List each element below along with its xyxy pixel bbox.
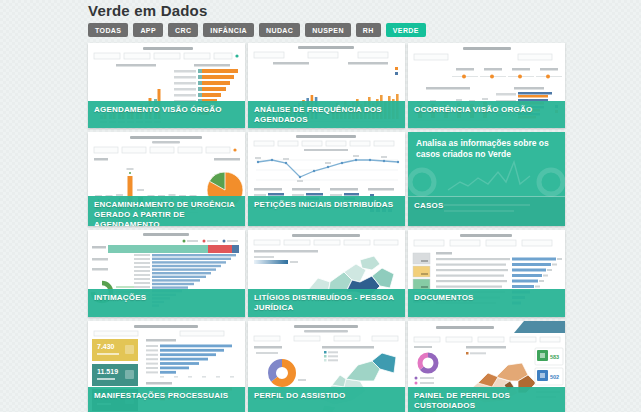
kpi-value-2: 11.519 <box>97 368 118 375</box>
card-litigios-pessoa-juridica[interactable]: LITÍGIOS DISTRIBUÍDOS - PESSOA JURÍDICA <box>248 230 405 317</box>
card-perfil-do-assistido[interactable]: PERFIL DO ASSISTIDO <box>248 321 405 412</box>
kpi-value-green: 583 <box>550 354 559 360</box>
kpi-value-1: 7.430 <box>97 343 115 350</box>
card-title-bar: ENCAMINHAMENTO DE URGÊNCIA GERADO A PART… <box>88 196 245 226</box>
card-title-bar: OCORRÊNCIA VISÃO ORGÃO <box>408 101 565 128</box>
filter-bar: TODAS APP CRC INFÂNCIA NUDAC NUSPEN RH V… <box>88 23 565 37</box>
card-manifestacoes-processuais[interactable]: 7.430 11.519 19.005 <box>88 321 245 412</box>
card-encaminhamento-urgencia[interactable]: ENCAMINHAMENTO DE URGÊNCIA GERADO A PART… <box>88 132 245 226</box>
card-ocorrencia-visao-orgao[interactable]: OCORRÊNCIA VISÃO ORGÃO <box>408 43 565 128</box>
card-peticoes-iniciais-distribuidas[interactable]: PETIÇÕES INICIAIS DISTRIBUÍDAS <box>248 132 405 226</box>
card-title: INTIMAÇÕES <box>94 293 239 303</box>
card-title-bar: MANIFESTAÇÕES PROCESSUAIS <box>88 387 245 412</box>
card-title-bar: INTIMAÇÕES <box>88 289 245 317</box>
filter-button-rh[interactable]: RH <box>356 23 381 37</box>
filter-button-app[interactable]: APP <box>133 23 163 37</box>
card-agendamento-visao-orgao[interactable]: AGENDAMENTO VISÃO ÓRGÃO <box>88 43 245 128</box>
card-title: ANÁLISE DE FREQUÊNCIA DOS AGENDADOS <box>254 105 399 125</box>
card-title-bar: CASOS <box>408 196 565 226</box>
card-title: PETIÇÕES INICIAIS DISTRIBUÍDAS <box>254 200 399 210</box>
dashboard-gallery: Verde em Dados TODAS APP CRC INFÂNCIA NU… <box>88 2 565 412</box>
card-title-bar: PERFIL DO ASSISTIDO <box>248 387 405 412</box>
card-title: CASOS <box>414 201 559 211</box>
filter-button-verde[interactable]: VERDE <box>386 23 426 37</box>
card-casos[interactable]: Analisa as informações sobre os casos cr… <box>408 132 565 226</box>
card-title: OCORRÊNCIA VISÃO ORGÃO <box>414 105 559 115</box>
card-title-bar: LITÍGIOS DISTRIBUÍDOS - PESSOA JURÍDICA <box>248 289 405 317</box>
card-title-bar: PAINEL DE PERFIL DOS CUSTODIADOS <box>408 387 565 412</box>
filter-button-nuspen[interactable]: NUSPEN <box>305 23 351 37</box>
card-title-bar: ANÁLISE DE FREQUÊNCIA DOS AGENDADOS <box>248 101 405 128</box>
card-intimacoes[interactable]: INTIMAÇÕES <box>88 230 245 317</box>
filter-button-todas[interactable]: TODAS <box>88 23 128 37</box>
card-painel-perfil-custodiados[interactable]: 583 502 PAINEL DE PERFIL DOS CUSTODIADOS <box>408 321 565 412</box>
page-title: Verde em Dados <box>88 2 565 19</box>
filter-button-crc[interactable]: CRC <box>168 23 198 37</box>
filter-button-infancia[interactable]: INFÂNCIA <box>203 23 254 37</box>
card-documentos[interactable]: DOCUMENTOS <box>408 230 565 317</box>
dashboard-grid: AGENDAMENTO VISÃO ÓRGÃO <box>88 43 565 412</box>
card-title: AGENDAMENTO VISÃO ÓRGÃO <box>94 105 239 115</box>
card-title-bar: PETIÇÕES INICIAIS DISTRIBUÍDAS <box>248 196 405 226</box>
card-title-bar: DOCUMENTOS <box>408 289 565 317</box>
filter-button-nudac[interactable]: NUDAC <box>259 23 300 37</box>
card-analise-frequencia-agendados[interactable]: ANÁLISE DE FREQUÊNCIA DOS AGENDADOS <box>248 43 405 128</box>
card-title: LITÍGIOS DISTRIBUÍDOS - PESSOA JURÍDICA <box>254 293 399 313</box>
card-title: DOCUMENTOS <box>414 293 559 303</box>
card-hover-overlay: Analisa as informações sobre os casos cr… <box>408 132 565 226</box>
card-title: PAINEL DE PERFIL DOS CUSTODIADOS <box>414 391 559 411</box>
card-title: ENCAMINHAMENTO DE URGÊNCIA GERADO A PART… <box>94 200 239 226</box>
card-title: MANIFESTAÇÕES PROCESSUAIS <box>94 391 239 401</box>
card-title: PERFIL DO ASSISTIDO <box>254 391 399 401</box>
card-title-bar: AGENDAMENTO VISÃO ÓRGÃO <box>88 101 245 128</box>
kpi-value-blue: 502 <box>550 374 559 380</box>
